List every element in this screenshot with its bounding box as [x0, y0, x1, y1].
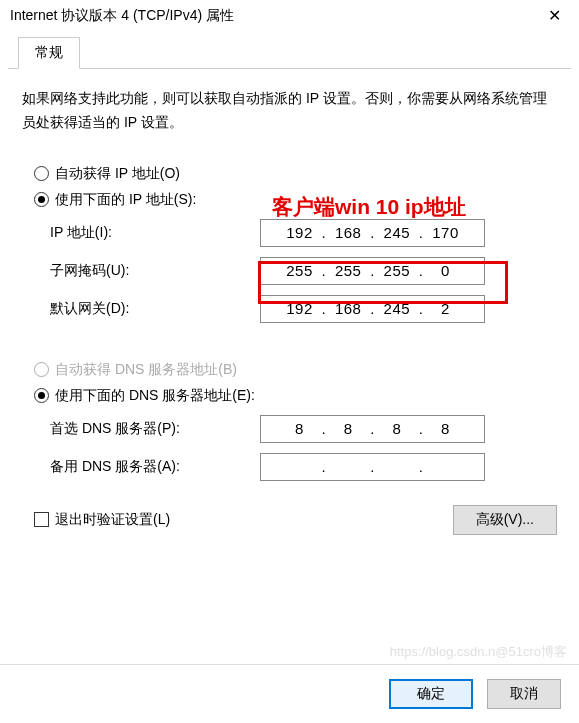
- ip-oct[interactable]: 8: [426, 420, 466, 437]
- preferred-dns-label: 首选 DNS 服务器(P):: [50, 420, 260, 438]
- ip-oct[interactable]: 255: [377, 262, 417, 279]
- ip-oct[interactable]: 245: [377, 300, 417, 317]
- subnet-mask-label: 子网掩码(U):: [50, 262, 260, 280]
- ip-oct[interactable]: 192: [279, 300, 319, 317]
- ok-button[interactable]: 确定: [389, 679, 473, 709]
- ip-oct[interactable]: 170: [426, 224, 466, 241]
- radio-manual-ip[interactable]: [34, 192, 49, 207]
- ip-oct[interactable]: 255: [279, 262, 319, 279]
- ip-oct[interactable]: 255: [328, 262, 368, 279]
- watermark: https://blog.csdn.n@51cro博客: [390, 643, 567, 661]
- validate-checkbox[interactable]: [34, 512, 49, 527]
- alt-dns-input[interactable]: . . .: [260, 453, 485, 481]
- ip-oct[interactable]: 8: [328, 420, 368, 437]
- ip-oct[interactable]: 245: [377, 224, 417, 241]
- radio-manual-ip-label: 使用下面的 IP 地址(S):: [55, 191, 196, 209]
- description-text: 如果网络支持此功能，则可以获取自动指派的 IP 设置。否则，你需要从网络系统管理…: [22, 87, 557, 135]
- ip-oct[interactable]: 8: [279, 420, 319, 437]
- radio-auto-dns: [34, 362, 49, 377]
- ip-address-label: IP 地址(I):: [50, 224, 260, 242]
- ip-oct[interactable]: 168: [328, 300, 368, 317]
- alt-dns-label: 备用 DNS 服务器(A):: [50, 458, 260, 476]
- radio-auto-ip[interactable]: [34, 166, 49, 181]
- ip-oct[interactable]: 2: [426, 300, 466, 317]
- subnet-mask-input[interactable]: 255. 255. 255. 0: [260, 257, 485, 285]
- ip-oct[interactable]: 168: [328, 224, 368, 241]
- advanced-button[interactable]: 高级(V)...: [453, 505, 557, 535]
- radio-manual-dns[interactable]: [34, 388, 49, 403]
- radio-manual-dns-label: 使用下面的 DNS 服务器地址(E):: [55, 387, 255, 405]
- window-title: Internet 协议版本 4 (TCP/IPv4) 属性: [10, 7, 234, 25]
- ip-oct[interactable]: 192: [279, 224, 319, 241]
- tab-general[interactable]: 常规: [18, 37, 80, 69]
- radio-auto-ip-label: 自动获得 IP 地址(O): [55, 165, 180, 183]
- cancel-button[interactable]: 取消: [487, 679, 561, 709]
- gateway-input[interactable]: 192. 168. 245. 2: [260, 295, 485, 323]
- gateway-label: 默认网关(D):: [50, 300, 260, 318]
- annotation-text: 客户端win 10 ip地址: [272, 193, 466, 221]
- ip-oct[interactable]: 0: [426, 262, 466, 279]
- close-icon[interactable]: ✕: [538, 6, 571, 25]
- radio-auto-dns-label: 自动获得 DNS 服务器地址(B): [55, 361, 237, 379]
- ip-address-input[interactable]: 192. 168. 245. 170: [260, 219, 485, 247]
- validate-checkbox-label: 退出时验证设置(L): [55, 511, 170, 529]
- ip-oct[interactable]: 8: [377, 420, 417, 437]
- preferred-dns-input[interactable]: 8. 8. 8. 8: [260, 415, 485, 443]
